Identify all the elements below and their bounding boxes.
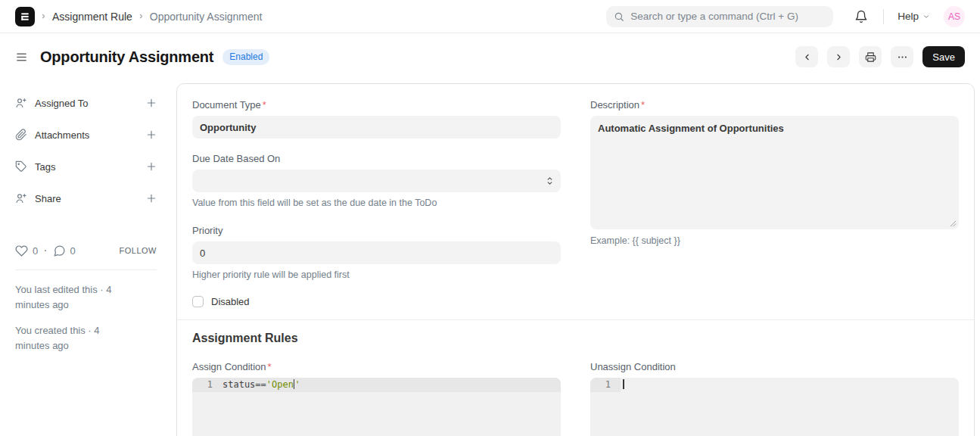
ellipsis-icon: [897, 51, 908, 63]
disabled-checkbox[interactable]: [192, 296, 204, 307]
navbar: Assignment Rule Opportunity Assignment H…: [0, 0, 980, 33]
due-date-help-text: Value from this field will be set as the…: [192, 198, 561, 208]
save-button[interactable]: Save: [922, 46, 965, 67]
page-title: Opportunity Assignment: [40, 48, 213, 66]
sidebar-item-tags: Tags: [15, 160, 157, 173]
code-line: 1: [590, 378, 959, 392]
unassign-condition-label: Unassign Condition: [590, 361, 959, 372]
section-divider: [177, 319, 974, 320]
code-content: status=='Open': [222, 378, 300, 392]
sidebar-label-attachments: Attachments: [35, 129, 89, 141]
required-marker: *: [268, 361, 272, 372]
field-due-date-based-on: Due Date Based On Value from this field …: [192, 153, 561, 208]
next-document-button[interactable]: [827, 46, 850, 67]
app-logo[interactable]: [15, 7, 35, 26]
sidebar-item-attachments: Attachments: [15, 128, 157, 142]
help-menu[interactable]: Help: [898, 11, 930, 22]
document-type-label: Document Type*: [192, 99, 561, 111]
sidebar-toggle-button[interactable]: [15, 51, 28, 64]
add-tag-button[interactable]: [146, 161, 157, 172]
plus-icon: [146, 129, 157, 140]
search-icon: [614, 11, 624, 22]
description-label: Description*: [590, 99, 959, 111]
line-number: 1: [192, 378, 222, 392]
text-cursor: [623, 379, 624, 389]
status-badge: Enabled: [222, 49, 269, 65]
navbar-divider: [883, 9, 884, 24]
priority-input[interactable]: [192, 241, 561, 264]
previous-document-button[interactable]: [795, 46, 818, 67]
social-row: 0 · 0 FOLLOW: [15, 243, 157, 258]
required-marker: *: [263, 99, 266, 111]
plus-icon: [146, 98, 157, 108]
follow-button[interactable]: FOLLOW: [120, 246, 157, 255]
field-priority: Priority Higher priority rule will be ap…: [192, 225, 561, 280]
share-user-icon: [15, 192, 27, 204]
due-date-based-on-select[interactable]: [192, 170, 561, 192]
assignment-rules-section-title: Assignment Rules: [192, 332, 959, 345]
breadcrumb-assignment-rule[interactable]: Assignment Rule: [52, 11, 132, 23]
breadcrumb-current-page[interactable]: Opportunity Assignment: [150, 11, 263, 23]
plus-icon: [146, 161, 157, 172]
comment-count: 0: [70, 245, 76, 257]
help-label: Help: [898, 11, 919, 22]
tag-icon: [15, 160, 27, 173]
breadcrumb-chevron-icon: [40, 13, 47, 20]
comment-icon: [53, 244, 66, 257]
field-description: Description* Automatic Assignment of Opp…: [590, 99, 959, 246]
user-plus-icon: [15, 97, 27, 109]
assign-condition-label: Assign Condition*: [192, 361, 561, 372]
breadcrumb-chevron-icon: [138, 13, 145, 20]
like-button[interactable]: [15, 244, 28, 257]
add-share-button[interactable]: [146, 193, 157, 204]
disabled-checkbox-label: Disabled: [211, 296, 250, 307]
printer-icon: [865, 51, 876, 63]
search-input[interactable]: [630, 11, 826, 22]
sidebar-item-assigned-to: Assigned To: [15, 96, 157, 110]
form-sidebar: Assigned To Attachments Tags Share 0 ·: [0, 79, 176, 353]
description-textarea[interactable]: Automatic Assignment of Opportunities: [590, 116, 959, 229]
menu-icon: [15, 51, 28, 64]
print-button[interactable]: [859, 46, 882, 67]
add-assignment-button[interactable]: [146, 98, 157, 108]
last-edited-text: You last edited this · 4 minutes ago: [15, 282, 135, 313]
description-help-text: Example: {{ subject }}: [590, 235, 959, 246]
document-type-input[interactable]: [192, 116, 561, 139]
chevron-down-icon: [922, 13, 930, 20]
priority-label: Priority: [192, 225, 561, 236]
sidebar-label-assigned-to: Assigned To: [35, 98, 89, 109]
line-number: 1: [590, 378, 621, 392]
more-options-button[interactable]: [891, 46, 913, 67]
plus-icon: [146, 193, 157, 204]
add-attachment-button[interactable]: [146, 129, 157, 140]
erpnext-logo-icon: [20, 11, 30, 22]
comments-button[interactable]: [53, 244, 66, 257]
sidebar-label-share: Share: [35, 193, 61, 204]
unassign-condition-code-editor[interactable]: 1: [590, 378, 959, 436]
global-search[interactable]: [606, 6, 833, 27]
sidebar-divider: [15, 269, 157, 270]
chevron-left-icon: [802, 52, 812, 62]
notifications-bell-button[interactable]: [854, 10, 868, 23]
priority-help-text: Higher priority rule will be applied fir…: [192, 269, 561, 280]
code-content: [621, 378, 624, 392]
separator-dot: ·: [43, 244, 47, 257]
breadcrumb: Assignment Rule Opportunity Assignment: [52, 11, 262, 23]
disabled-checkbox-row[interactable]: Disabled: [192, 296, 561, 307]
sidebar-item-share: Share: [15, 192, 157, 205]
page-header: Opportunity Assignment Enabled Save: [0, 34, 980, 79]
assign-condition-code-editor[interactable]: 1 status=='Open': [192, 378, 561, 436]
required-marker: *: [641, 99, 645, 111]
select-caret-icon: [546, 176, 554, 186]
field-document-type: Document Type*: [192, 99, 561, 139]
code-line: 1 status=='Open': [192, 378, 561, 392]
heart-icon: [15, 244, 28, 257]
sidebar-label-tags: Tags: [35, 161, 55, 173]
due-date-based-on-label: Due Date Based On: [192, 153, 561, 164]
chevron-right-icon: [834, 52, 844, 62]
user-avatar[interactable]: AS: [944, 6, 965, 27]
paperclip-icon: [15, 129, 27, 141]
like-count: 0: [33, 245, 38, 257]
created-text: You created this · 4 minutes ago: [15, 323, 135, 353]
form-card: Document Type* Due Date Based On Value f…: [176, 83, 975, 436]
